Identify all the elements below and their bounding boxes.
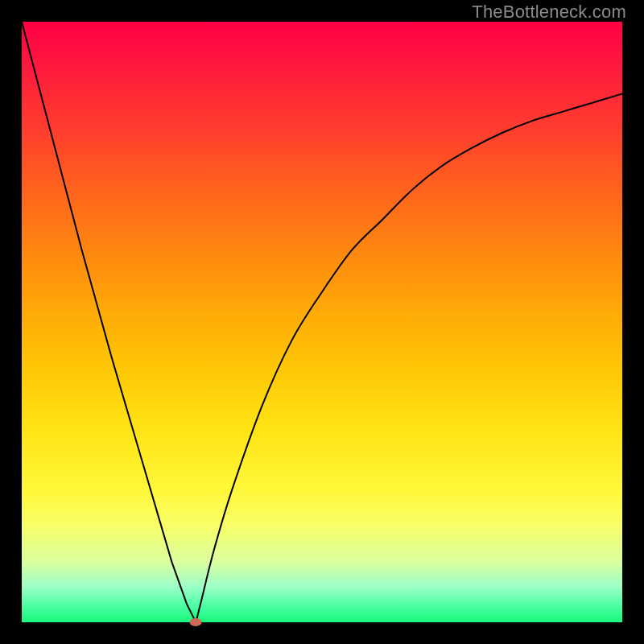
chart-plot-area [22,22,622,622]
watermark-text: TheBottleneck.com [472,2,626,23]
bottleneck-curve [22,22,622,622]
minimum-marker-dot [190,618,202,626]
chart-curve-svg [22,22,622,622]
